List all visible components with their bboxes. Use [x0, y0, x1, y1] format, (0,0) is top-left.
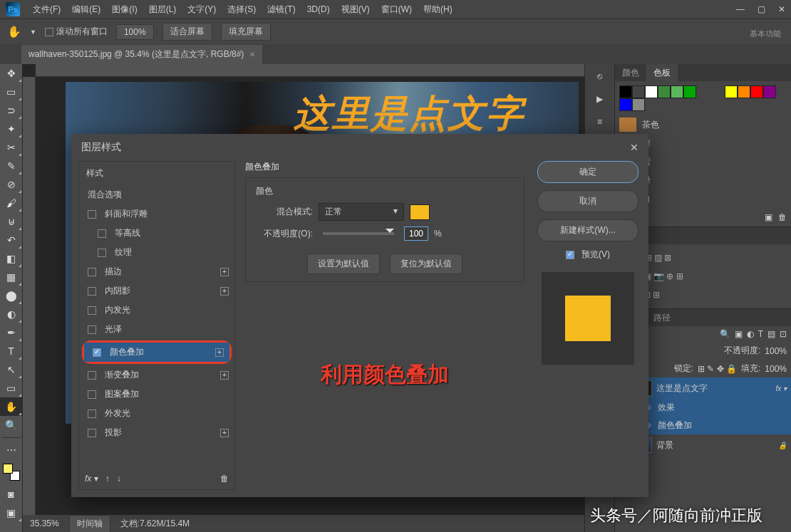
opacity-value[interactable]: 100% — [765, 346, 787, 356]
menu-select[interactable]: 选择(S) — [222, 4, 262, 16]
style-outer-glow[interactable]: 外发光 — [79, 404, 234, 423]
timeline-button[interactable]: 时间轴 — [69, 515, 110, 533]
info-panel-icon[interactable]: ≡ — [597, 117, 602, 127]
eyedropper-tool[interactable]: ✎ — [0, 157, 22, 175]
tool-preset-dropdown-icon[interactable]: ▼ — [30, 28, 36, 36]
swatch-item[interactable] — [763, 85, 776, 98]
tab-swatches[interactable]: 色板 — [646, 64, 678, 81]
shape-tool[interactable]: ▭ — [0, 379, 22, 397]
blending-options[interactable]: 混合选项 — [79, 185, 234, 204]
preview-checkbox[interactable] — [566, 251, 574, 259]
swatch-item[interactable] — [738, 85, 750, 98]
swatch-item[interactable] — [632, 98, 645, 111]
cancel-button[interactable]: 取消 — [537, 190, 639, 212]
swatch-item[interactable] — [619, 98, 632, 111]
fit-screen-button[interactable]: 适合屏幕 — [162, 23, 212, 41]
crop-tool[interactable]: ✂ — [0, 138, 22, 157]
style-bevel[interactable]: 斜面和浮雕 — [79, 204, 234, 224]
swatch-item[interactable] — [619, 85, 632, 98]
tab-paths[interactable]: 路径 — [646, 309, 678, 326]
canvas-text-layer[interactable]: 这里是点文字 — [294, 89, 524, 139]
opacity-input[interactable]: 100 — [404, 226, 428, 241]
color-picker[interactable] — [3, 464, 20, 481]
add-icon[interactable]: + — [220, 287, 229, 296]
menu-type[interactable]: 文字(Y) — [182, 4, 222, 16]
history-brush-tool[interactable]: ↶ — [0, 231, 22, 249]
quick-mask-icon[interactable]: ◙ — [0, 485, 22, 504]
actions-panel-icon[interactable]: ▶ — [596, 94, 603, 104]
pen-tool[interactable]: ✒ — [0, 323, 22, 342]
close-icon[interactable]: ✕ — [630, 142, 639, 153]
eraser-tool[interactable]: ◧ — [0, 249, 22, 268]
overlay-color-swatch[interactable] — [410, 204, 430, 220]
blend-mode-select[interactable]: 正常▾ — [319, 203, 404, 221]
style-inner-glow[interactable]: 内发光 — [79, 301, 234, 320]
set-default-button[interactable]: 设置为默认值 — [307, 254, 380, 274]
add-icon[interactable]: + — [215, 348, 224, 357]
ok-button[interactable]: 确定 — [537, 161, 639, 183]
zoom-100-button[interactable]: 100% — [116, 24, 154, 40]
style-drop-shadow[interactable]: 投影+ — [79, 423, 234, 442]
move-tool[interactable]: ✥ — [0, 64, 22, 83]
fill-value[interactable]: 100% — [765, 364, 787, 374]
document-tab[interactable]: wallhaven-350125.jpg @ 35.4% (这里是点文字, RG… — [21, 45, 262, 64]
window-maximize-icon[interactable]: ▢ — [758, 4, 765, 14]
swatch-item[interactable] — [750, 85, 763, 98]
add-icon[interactable]: + — [220, 429, 229, 437]
blur-tool[interactable]: ⬤ — [0, 286, 22, 305]
add-icon[interactable]: + — [220, 371, 229, 380]
menu-image[interactable]: 图像(I) — [106, 4, 143, 16]
screen-mode-icon[interactable]: ▣ — [0, 504, 22, 522]
move-down-icon[interactable]: ↓ — [117, 474, 121, 484]
menu-help[interactable]: 帮助(H) — [418, 4, 458, 16]
brush-tool[interactable]: 🖌 — [0, 194, 22, 212]
menu-file[interactable]: 文件(F) — [27, 4, 66, 16]
scroll-all-checkbox[interactable] — [45, 28, 53, 36]
menu-edit[interactable]: 编辑(E) — [66, 4, 106, 16]
fill-screen-button[interactable]: 填充屏幕 — [221, 23, 271, 41]
zoom-tool[interactable]: 🔍 — [0, 416, 22, 434]
healing-tool[interactable]: ⊘ — [0, 175, 22, 194]
fx-badge[interactable]: fx ▾ — [775, 385, 787, 392]
hand-tool[interactable]: ✋ — [0, 397, 22, 416]
swatch-item[interactable] — [632, 85, 645, 98]
menu-window[interactable]: 窗口(W) — [376, 4, 418, 16]
tab-color[interactable]: 颜色 — [615, 64, 646, 81]
close-tab-icon[interactable]: ✕ — [249, 51, 255, 58]
menu-view[interactable]: 视图(V) — [336, 4, 376, 16]
zoom-level[interactable]: 35.35% — [30, 518, 59, 528]
style-color-overlay[interactable]: 颜色叠加+ — [84, 343, 229, 362]
reset-default-button[interactable]: 复位为默认值 — [390, 254, 462, 274]
opacity-slider[interactable] — [323, 232, 394, 235]
stamp-tool[interactable]: ⊎ — [0, 212, 22, 231]
swatch-item[interactable] — [671, 85, 683, 98]
style-inner-shadow[interactable]: 内阴影+ — [79, 281, 234, 301]
window-minimize-icon[interactable]: — — [736, 4, 745, 14]
color-row[interactable]: 茶色 — [615, 115, 791, 134]
menu-filter[interactable]: 滤镜(T) — [262, 4, 301, 16]
window-close-icon[interactable]: ✕ — [778, 4, 785, 14]
dodge-tool[interactable]: ◐ — [0, 305, 22, 323]
style-stroke[interactable]: 描边+ — [79, 262, 234, 281]
marquee-tool[interactable]: ▭ — [0, 83, 22, 101]
add-icon[interactable]: + — [220, 268, 229, 276]
lasso-tool[interactable]: ⊃ — [0, 101, 22, 120]
new-style-button[interactable]: 新建样式(W)... — [537, 219, 639, 241]
delete-swatch-icon[interactable]: 🗑 — [778, 212, 787, 222]
quick-select-tool[interactable]: ✦ — [0, 120, 22, 138]
style-satin[interactable]: 光泽 — [79, 320, 234, 339]
swatch-item[interactable] — [645, 85, 658, 98]
menu-3d[interactable]: 3D(D) — [301, 4, 336, 14]
move-up-icon[interactable]: ↑ — [105, 474, 110, 484]
gradient-tool[interactable]: ▦ — [0, 268, 22, 286]
type-tool[interactable]: T — [0, 342, 22, 360]
edit-toolbar-icon[interactable]: ⋯ — [0, 441, 22, 459]
path-select-tool[interactable]: ↖ — [0, 360, 22, 379]
style-contour[interactable]: 等高线 — [79, 224, 234, 243]
style-texture[interactable]: 纹理 — [79, 243, 234, 262]
style-list-header[interactable]: 样式 — [79, 162, 234, 185]
new-swatch-icon[interactable]: ▣ — [765, 212, 772, 222]
menu-layer[interactable]: 图层(L) — [143, 4, 182, 16]
swatch-item[interactable] — [725, 85, 738, 98]
doc-size[interactable]: 文档:7.62M/15.4M — [120, 518, 190, 530]
